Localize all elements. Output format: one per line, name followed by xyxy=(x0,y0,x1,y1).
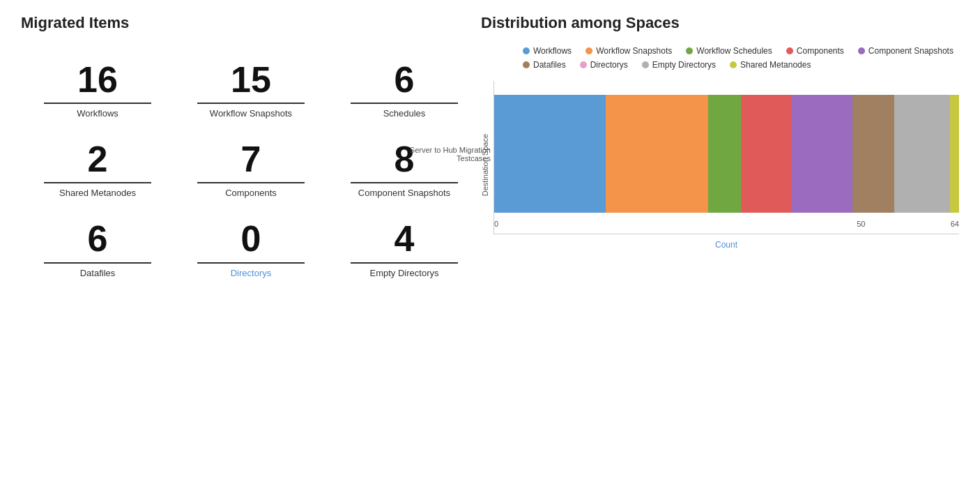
bar-segment-4 xyxy=(792,95,852,213)
metric-item-datafiles: 6Datafiles xyxy=(21,219,174,278)
metric-item-workflow-snapshots: 15Workflow Snapshots xyxy=(174,60,328,119)
legend-dot-shared-metanodes xyxy=(730,61,737,68)
legend-item-workflow-schedules: Workflow Schedules xyxy=(686,46,772,56)
legend-dot-components xyxy=(786,47,793,54)
legend-item-components: Components xyxy=(786,46,844,56)
bar-segment-7 xyxy=(950,95,959,213)
right-panel-title: Distribution among Spaces xyxy=(481,14,959,32)
migrated-items-section: Migrated Items 16Workflows15Workflow Sna… xyxy=(21,14,481,470)
legend-dot-component-snapshots xyxy=(858,47,865,54)
metric-label-datafiles: Datafiles xyxy=(80,268,116,278)
legend-label-workflow-schedules: Workflow Schedules xyxy=(696,46,772,56)
chart-inner: Server to Hub Migration Testcases 0 50 6… xyxy=(493,81,959,250)
bar-segment-0 xyxy=(494,95,606,213)
x-tick-0: 0 xyxy=(494,220,498,228)
bar-segment-6 xyxy=(894,95,950,213)
metric-label-component-snapshots: Component Snapshots xyxy=(358,188,450,198)
left-panel-title: Migrated Items xyxy=(21,14,481,32)
bar-row: Server to Hub Migration Testcases xyxy=(494,95,959,213)
metric-item-components: 7Components xyxy=(174,139,328,198)
x-axis-label: Count xyxy=(493,240,959,250)
metric-item-shared-metanodes: 2Shared Metanodes xyxy=(21,139,174,198)
metric-number-workflows: 16 xyxy=(44,60,151,104)
legend-dot-workflow-snapshots xyxy=(585,47,592,54)
legend-label-components: Components xyxy=(797,46,844,56)
y-axis-label: Destination Space xyxy=(481,134,489,196)
legend-label-directorys: Directorys xyxy=(590,60,628,70)
legend-label-workflows: Workflows xyxy=(533,46,572,56)
bar-label: Server to Hub Migration Testcases xyxy=(397,146,491,162)
metric-item-workflows: 16Workflows xyxy=(21,60,174,119)
metric-number-components: 7 xyxy=(197,139,305,183)
legend-label-workflow-snapshots: Workflow Snapshots xyxy=(596,46,672,56)
legend-dot-empty-directorys xyxy=(642,61,649,68)
metric-label-schedules: Schedules xyxy=(383,108,426,119)
metric-number-workflow-snapshots: 15 xyxy=(197,60,305,104)
legend-label-datafiles: Datafiles xyxy=(533,60,566,70)
legend-dot-datafiles xyxy=(523,61,530,68)
bar-segment-5 xyxy=(852,95,894,213)
metric-item-directorys: 0Directorys xyxy=(174,219,328,278)
metric-label-components: Components xyxy=(225,188,277,198)
metric-number-shared-metanodes: 2 xyxy=(44,139,151,183)
metric-item-empty-directorys: 4Empty Directorys xyxy=(328,219,481,278)
legend-dot-workflow-schedules xyxy=(686,47,693,54)
legend-dot-workflows xyxy=(523,47,530,54)
x-ticks-container: 0 50 64 xyxy=(494,220,959,234)
metric-number-schedules: 6 xyxy=(351,60,458,104)
metric-number-datafiles: 6 xyxy=(44,219,151,263)
legend-item-workflow-snapshots: Workflow Snapshots xyxy=(585,46,672,56)
metric-grid: 16Workflows15Workflow Snapshots6Schedule… xyxy=(21,60,481,278)
legend-item-datafiles: Datafiles xyxy=(523,60,566,70)
chart-area: Destination Space Server to Hub Migratio… xyxy=(481,81,959,250)
legend-item-directorys: Directorys xyxy=(580,60,628,70)
x-tick-50: 50 xyxy=(857,220,865,228)
legend-item-empty-directorys: Empty Directorys xyxy=(642,60,716,70)
legend-label-shared-metanodes: Shared Metanodes xyxy=(740,60,811,70)
legend-label-empty-directorys: Empty Directorys xyxy=(652,60,716,70)
bar-segment-1 xyxy=(606,95,708,213)
bar-segment-3 xyxy=(741,95,792,213)
metric-label-empty-directorys: Empty Directorys xyxy=(370,268,439,278)
metric-label-workflows: Workflows xyxy=(77,108,118,119)
chart-container: WorkflowsWorkflow SnapshotsWorkflow Sche… xyxy=(481,46,959,250)
chart-legend: WorkflowsWorkflow SnapshotsWorkflow Sche… xyxy=(523,46,959,70)
metric-number-empty-directorys: 4 xyxy=(351,219,458,263)
legend-item-shared-metanodes: Shared Metanodes xyxy=(730,60,811,70)
metric-label-workflow-snapshots: Workflow Snapshots xyxy=(210,108,292,119)
metric-number-directorys: 0 xyxy=(197,219,305,263)
metric-item-schedules: 6Schedules xyxy=(328,60,481,119)
metric-label-shared-metanodes: Shared Metanodes xyxy=(59,188,136,198)
legend-dot-directorys xyxy=(580,61,587,68)
distribution-section: Distribution among Spaces WorkflowsWorkf… xyxy=(481,14,959,470)
legend-item-workflows: Workflows xyxy=(523,46,572,56)
legend-item-component-snapshots: Component Snapshots xyxy=(858,46,954,56)
bar-chart: Server to Hub Migration Testcases 0 50 6… xyxy=(493,81,959,234)
x-tick-64: 64 xyxy=(951,220,959,228)
bar-segment-2 xyxy=(708,95,741,213)
legend-label-component-snapshots: Component Snapshots xyxy=(868,46,954,56)
metric-label-directorys: Directorys xyxy=(231,268,272,278)
